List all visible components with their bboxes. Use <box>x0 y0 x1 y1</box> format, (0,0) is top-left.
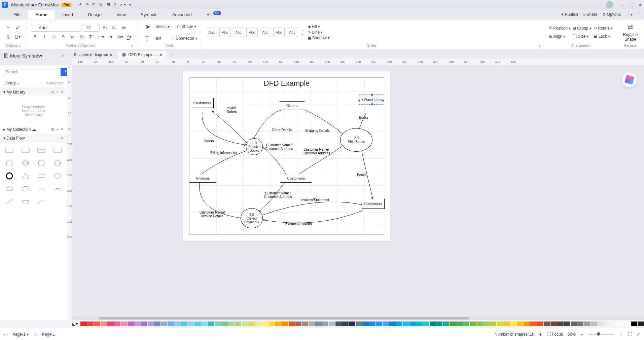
shadow-button[interactable]: ◼ Shadow ▾ <box>308 36 330 40</box>
group-button[interactable]: ⊞ Group ▾ <box>573 26 591 31</box>
options-button[interactable]: ⚙ Options <box>602 12 621 17</box>
close-button[interactable]: ✕ <box>638 2 642 7</box>
shape-arc[interactable] <box>34 183 49 194</box>
color-swatch[interactable] <box>409 322 416 326</box>
shape-circle2[interactable] <box>34 157 49 169</box>
color-swatch[interactable] <box>564 322 570 326</box>
focus-button[interactable]: ⛶ Focus <box>547 332 563 337</box>
font-size-select[interactable]: 12 <box>83 24 100 32</box>
strike-icon[interactable]: S <box>59 33 67 41</box>
flow-label[interactable]: Books <box>357 173 366 177</box>
fullscreen-icon[interactable]: ⤢ <box>637 332 640 337</box>
shape-rect-header[interactable] <box>34 145 49 156</box>
flow-label[interactable]: Shipping Details <box>305 129 329 133</box>
underline-icon[interactable]: U <box>50 33 58 41</box>
shape-circle-bold[interactable] <box>2 170 17 182</box>
color-swatch[interactable] <box>228 322 235 326</box>
df-close-icon[interactable]: ✕ <box>61 136 64 141</box>
superscript-icon[interactable]: X² <box>69 33 77 41</box>
menu-symbols[interactable]: Symbols <box>133 10 165 19</box>
color-swatch[interactable] <box>416 322 423 326</box>
format-painter-icon[interactable]: 🖌︎ <box>13 24 22 32</box>
align-group-icon[interactable]: ≡▾ <box>120 24 128 32</box>
my-library-section[interactable]: ▾ My Library <box>3 90 25 95</box>
color-swatch[interactable] <box>315 322 322 326</box>
font-color-icon[interactable]: A▾ <box>125 33 133 41</box>
bullets-icon[interactable]: ≡▾ <box>106 33 114 41</box>
color-swatch[interactable] <box>114 322 120 326</box>
entity-customers-right[interactable]: Customers <box>362 199 385 209</box>
qat-more-icon[interactable]: ▾ <box>129 2 131 7</box>
menu-design[interactable]: Design <box>81 10 109 19</box>
color-swatch[interactable] <box>611 322 617 326</box>
coll-grid-icon[interactable]: ⊞ <box>51 127 54 131</box>
ai-assistant-button[interactable] <box>622 72 637 87</box>
color-swatch[interactable] <box>383 322 389 326</box>
color-swatch[interactable] <box>510 322 516 326</box>
color-swatch[interactable] <box>248 322 255 326</box>
print-icon[interactable]: ⎙ <box>114 2 116 7</box>
flow-label[interactable]: Billing Information <box>210 151 237 155</box>
new-icon[interactable]: ⊞ <box>92 2 96 7</box>
shape-diamond[interactable] <box>50 170 65 182</box>
color-swatch[interactable] <box>356 322 362 326</box>
color-swatch[interactable] <box>430 322 436 326</box>
style-option[interactable]: Abc <box>260 28 271 37</box>
color-swatch[interactable] <box>242 322 248 326</box>
font-dialog-launcher[interactable]: ↘ <box>131 44 133 47</box>
fill-bucket-icon[interactable]: ◣▾ <box>72 321 79 327</box>
highlight-icon[interactable]: ab▾ <box>116 33 124 41</box>
page-tab[interactable]: Page-1 ▾ <box>12 332 29 337</box>
shape-double-circle[interactable] <box>18 157 33 169</box>
style-option[interactable]: Abc <box>233 28 244 37</box>
color-swatch[interactable] <box>604 322 610 326</box>
lib-grid-icon[interactable]: ⊞ <box>51 90 54 94</box>
page-layout-icon[interactable]: ▭ <box>4 332 8 337</box>
fill-button[interactable]: ◆ Fill ▾ <box>308 24 330 29</box>
color-swatch[interactable] <box>557 322 564 326</box>
flow-label[interactable]: Customer Name/ Customer Address <box>265 143 293 151</box>
menu-advanced[interactable]: Advanced <box>165 10 199 19</box>
color-swatch[interactable] <box>148 322 154 326</box>
shape-triangle[interactable] <box>18 170 33 182</box>
menu-insert[interactable]: Insert <box>55 10 81 19</box>
shape-tool[interactable]: ◻ Shape ▾ <box>177 24 196 29</box>
process-collect[interactable]: 3.0Collect Payments <box>241 208 263 228</box>
color-swatch[interactable] <box>235 322 241 326</box>
color-swatch[interactable] <box>456 322 463 326</box>
copy-icon[interactable]: ⎘ <box>4 33 12 41</box>
color-swatch[interactable] <box>80 322 87 326</box>
italic-icon[interactable]: I <box>40 33 48 41</box>
color-swatch[interactable] <box>302 322 308 326</box>
lib-add-icon[interactable]: ＋ <box>56 89 59 95</box>
flow-label[interactable]: Books <box>359 116 368 119</box>
entity-customers-top[interactable]: Customers <box>191 98 214 108</box>
shrink-font-icon[interactable]: A↓ <box>110 24 118 32</box>
shape-circle-dash[interactable] <box>50 157 65 169</box>
color-swatch[interactable] <box>181 322 187 326</box>
color-swatch[interactable] <box>342 322 349 326</box>
color-swatch[interactable] <box>369 322 375 326</box>
tab-dfd-example[interactable]: 📘︎DFD Example ... <box>118 51 166 59</box>
shape-circle[interactable] <box>2 157 17 169</box>
lock-button[interactable]: 🔒︎ Lock ▾ <box>594 34 613 39</box>
color-swatch[interactable] <box>376 322 382 326</box>
color-swatch[interactable] <box>631 322 637 326</box>
process-receive[interactable]: 1.0Receive Books <box>246 138 263 155</box>
color-swatch[interactable] <box>450 322 456 326</box>
color-swatch[interactable] <box>470 322 476 326</box>
shape-line[interactable] <box>2 196 17 207</box>
color-swatch[interactable] <box>94 322 100 326</box>
color-swatch[interactable] <box>503 322 510 326</box>
coll-close-icon[interactable]: ✕ <box>61 127 64 131</box>
select-tool[interactable]: ➤ <box>142 21 154 32</box>
flow-label[interactable]: Invoices/Statement <box>300 198 329 202</box>
connector-tool[interactable]: ⟋ Connector ▾ <box>171 36 197 41</box>
color-swatch[interactable] <box>403 322 409 326</box>
diagram-title[interactable]: DFD Example <box>189 78 384 88</box>
flow-label[interactable]: Customer Name/ Customer Address <box>264 191 292 199</box>
flow-label[interactable]: Customer Name/ Invoice Details <box>200 211 225 218</box>
color-swatch[interactable] <box>517 322 523 326</box>
subscript-icon[interactable]: X₂ <box>78 33 86 41</box>
shape-rect-plain[interactable] <box>50 145 65 156</box>
